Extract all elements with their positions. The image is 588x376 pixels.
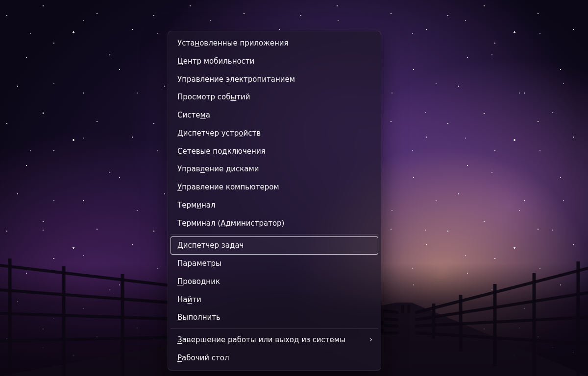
menu-terminal-admin[interactable]: Терминал (Администратор) [171,214,378,233]
menu-run[interactable]: Выполнить [171,308,378,327]
menu-installed-apps[interactable]: Установленные приложения [171,34,378,52]
menu-separator [171,329,378,329]
menu-computer-management[interactable]: Управление компьютером [171,178,378,196]
menu-settings[interactable]: Параметры [171,255,378,273]
menu-power-options[interactable]: Управление электропитанием [171,70,378,89]
menu-task-manager[interactable]: Диспетчер задач [171,236,378,255]
menu-shutdown-signout[interactable]: Завершение работы или выход из системы› [171,331,378,349]
menu-search[interactable]: Найти [171,291,378,309]
menu-file-explorer[interactable]: Проводник [171,273,378,291]
menu-desktop[interactable]: Рабочий стол [171,349,378,367]
menu-separator [171,234,378,235]
menu-device-manager[interactable]: Диспетчер устройств [171,124,378,142]
winx-context-menu[interactable]: Установленные приложенияЦентр мобильност… [168,31,381,371]
menu-event-viewer[interactable]: Просмотр событий [171,88,378,106]
chevron-right-icon: › [369,336,372,345]
menu-terminal[interactable]: Терминал [171,196,378,214]
menu-disk-management[interactable]: Управление дисками [171,160,378,178]
menu-network-connections[interactable]: Сетевые подключения [171,142,378,161]
menu-mobility-center[interactable]: Центр мобильности [171,52,378,70]
menu-system[interactable]: Система [171,106,378,124]
